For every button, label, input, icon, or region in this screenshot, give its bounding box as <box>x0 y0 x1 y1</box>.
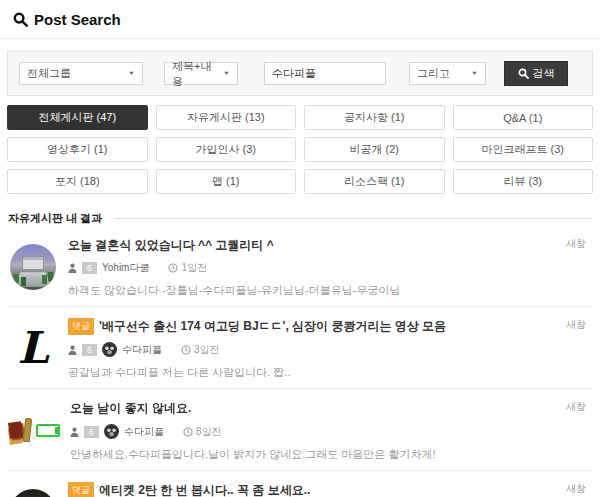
author-avatar <box>102 342 117 357</box>
clock-icon <box>168 263 178 273</box>
results-section-header: 자유게시판 내 결과 <box>8 211 592 226</box>
person-icon <box>68 345 77 355</box>
open-new-window-link[interactable]: 새창 <box>566 318 586 332</box>
minecraft-scene-avatar <box>10 244 56 290</box>
author-name[interactable]: Yohim다쿵 <box>102 261 149 275</box>
post-title[interactable]: 오늘 날이 좋지 않네요. <box>70 400 191 417</box>
board-filter-qna[interactable]: Q&A (1) <box>453 105 594 130</box>
operator-select-value: 그리고 <box>417 66 450 81</box>
results-section-title: 자유게시판 내 결과 <box>8 211 102 226</box>
avatar <box>8 398 66 462</box>
level-badge: 6 <box>84 426 99 438</box>
level-badge: 6 <box>82 344 97 356</box>
chevron-down-icon: ▼ <box>471 71 478 77</box>
gothic-L-avatar: L <box>10 324 56 372</box>
avatar: L <box>8 316 58 380</box>
post-meta: 6 수다피플 3일전 <box>68 342 552 357</box>
person-icon <box>70 427 79 437</box>
board-filter-greeting[interactable]: 가입인사 (3) <box>156 137 297 162</box>
post-meta: 6 Yohim다쿵 1일전 <box>68 261 552 275</box>
avatar <box>8 235 58 298</box>
comment-badge: 댓글 <box>68 318 94 335</box>
search-icon <box>13 12 28 27</box>
author-avatar <box>104 424 119 439</box>
avatar <box>8 480 58 497</box>
board-filter-map[interactable]: 맵 (1) <box>156 169 297 194</box>
board-filter-private[interactable]: 비공개 (2) <box>304 137 445 162</box>
chevron-down-icon: ▼ <box>223 71 230 77</box>
results-section: 자유게시판 내 결과 오늘 결혼식 있었습니다 ^^ 고퀄리티 ^ 6 Yohi… <box>8 211 592 497</box>
board-filter-all[interactable]: 전체게시판 (47) <box>7 105 148 130</box>
page-header: Post Search <box>0 0 600 39</box>
result-item[interactable]: 댓글 에티켓 2탄 한 번 봅시다.. 꼭 좀 보세요.. 2 jjh13 8일… <box>8 471 592 497</box>
post-title[interactable]: 오늘 결혼식 있었습니다 ^^ 고퀄리티 ^ <box>68 237 274 254</box>
post-excerpt: 하객도 많았습니다 -장톨님-수다피플님-유키님님-더블유님-무궁이님 <box>68 283 552 298</box>
search-form-panel: 전체그룹 ▼ 제목+내용 ▼ 그리고 ▼ 검색 <box>7 51 593 96</box>
clock-icon <box>183 427 193 437</box>
post-excerpt: 공갈님과 수다피플 저는 다른 사람입니다. 짭.. <box>68 365 552 380</box>
search-field-value: 제목+내용 <box>172 59 217 89</box>
post-time: 3일전 <box>194 343 220 357</box>
clock-icon <box>181 345 191 355</box>
search-button[interactable]: 검색 <box>504 61 568 86</box>
level-badge: 6 <box>82 262 97 274</box>
comment-badge: 댓글 <box>68 482 94 497</box>
board-filter-resourcepack[interactable]: 리소스팩 (1) <box>304 169 445 194</box>
board-filter-review[interactable]: 리뷰 (3) <box>453 169 594 194</box>
search-field-select[interactable]: 제목+내용 ▼ <box>164 62 238 85</box>
author-name[interactable]: 수다피플 <box>122 343 162 357</box>
open-new-window-link[interactable]: 새창 <box>566 400 586 414</box>
board-filter-notice[interactable]: 공지사항 (1) <box>304 105 445 130</box>
post-meta: 6 수다피플 8일전 <box>70 424 552 439</box>
board-filter-grid: 전체게시판 (47) 자유게시판 (13) 공지사항 (1) Q&A (1) 영… <box>7 105 593 194</box>
weapons-battery-avatar <box>8 415 66 445</box>
search-button-label: 검색 <box>533 66 555 81</box>
person-icon <box>68 263 77 273</box>
result-item[interactable]: 오늘 날이 좋지 않네요. 6 수다피플 8일전 안녕하세요.수다피플입니다.날… <box>8 389 592 471</box>
open-new-window-link[interactable]: 새창 <box>566 482 586 496</box>
divider <box>114 218 592 219</box>
chevron-down-icon: ▼ <box>128 71 135 77</box>
board-filter-minecraft[interactable]: 마인크래프트 (3) <box>453 137 594 162</box>
author-name[interactable]: 수다피플 <box>124 425 164 439</box>
group-select-value: 전체그룹 <box>27 66 71 81</box>
dark-room-avatar <box>10 489 56 497</box>
result-item[interactable]: L 댓글 '배구선수 출신 174 여고딩 BJㄷㄷ', 심장이 쿵쾅거리는 영… <box>8 307 592 389</box>
post-time: 1일전 <box>181 261 207 275</box>
result-item[interactable]: 오늘 결혼식 있었습니다 ^^ 고퀄리티 ^ 6 Yohim다쿵 1일전 하객도… <box>8 226 592 307</box>
operator-select[interactable]: 그리고 ▼ <box>409 62 486 85</box>
post-title[interactable]: '배구선수 출신 174 여고딩 BJㄷㄷ', 심장이 쿵쾅거리는 영상 모음 <box>99 318 446 335</box>
board-filter-forge[interactable]: 포지 (18) <box>7 169 148 194</box>
search-icon <box>518 68 529 79</box>
board-filter-video-review[interactable]: 영상후기 (1) <box>7 137 148 162</box>
open-new-window-link[interactable]: 새창 <box>566 237 586 251</box>
search-query-input[interactable] <box>264 62 386 85</box>
post-excerpt: 안녕하세요.수다피플입니다.날이 밝지가 않네요.그래도 마음만은 활기차게! <box>70 447 552 462</box>
board-filter-free[interactable]: 자유게시판 (13) <box>156 105 297 130</box>
post-time: 8일전 <box>196 425 222 439</box>
page-title: Post Search <box>34 11 121 28</box>
post-title[interactable]: 에티켓 2탄 한 번 봅시다.. 꼭 좀 보세요.. <box>99 482 310 497</box>
group-select[interactable]: 전체그룹 ▼ <box>19 62 143 85</box>
